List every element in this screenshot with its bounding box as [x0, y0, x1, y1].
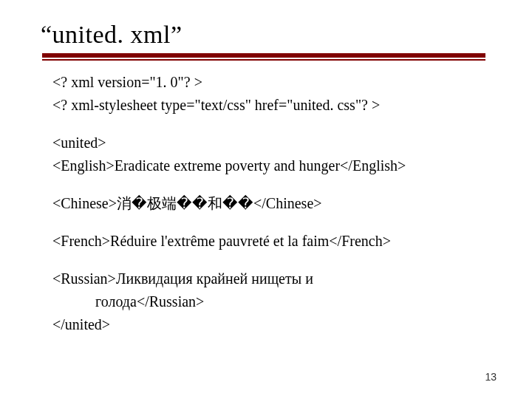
xml-declaration-line: <? xml version="1. 0"? >: [52, 72, 495, 92]
page-number: 13: [485, 371, 497, 383]
title-underline: [42, 53, 485, 61]
united-open-tag: <united>: [52, 133, 495, 153]
russian-line-2: голода</Russian>: [52, 292, 495, 312]
slide-title: “united. xml”: [41, 21, 495, 49]
slide: “united. xml” <? xml version="1. 0"? > <…: [0, 0, 532, 399]
french-line: <French>Réduire l'extrême pauvreté et la…: [52, 231, 495, 251]
english-line: <English>Eradicate extreme poverty and h…: [52, 156, 495, 176]
slide-body: <? xml version="1. 0"? > <? xml-styleshe…: [41, 72, 495, 335]
united-close-tag: </united>: [52, 315, 495, 335]
russian-line-1: <Russian>Ликвидация крайней нищеты и: [52, 269, 495, 289]
chinese-line: <Chinese>消�极端��和��</Chinese>: [52, 194, 495, 214]
xml-stylesheet-line: <? xml-stylesheet type="text/css" href="…: [52, 95, 495, 115]
